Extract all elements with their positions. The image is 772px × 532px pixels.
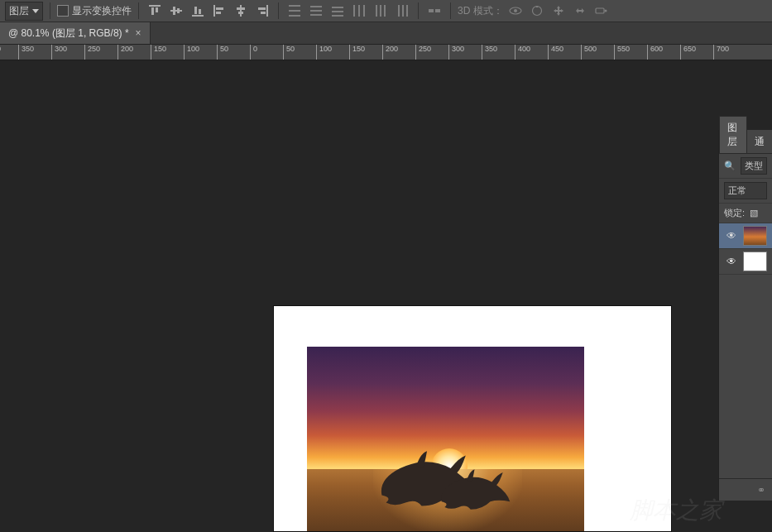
- svg-rect-22: [310, 10, 322, 12]
- svg-rect-41: [596, 8, 604, 13]
- svg-rect-11: [216, 12, 221, 14]
- ruler-tick: 500: [581, 45, 597, 60]
- svg-rect-31: [380, 5, 381, 17]
- horizontal-ruler: 4003503002502001501005005010015020025030…: [0, 45, 772, 60]
- layer-row-2[interactable]: 👁: [719, 249, 772, 275]
- ruler-tick: 450: [548, 45, 563, 60]
- search-icon[interactable]: 🔍: [724, 161, 736, 171]
- blend-mode-row: 正常: [719, 179, 772, 204]
- distribute-right-icon[interactable]: [393, 2, 411, 19]
- scale-3d-icon[interactable]: [592, 2, 611, 19]
- align-bottom-icon[interactable]: [189, 2, 207, 19]
- svg-rect-35: [406, 5, 408, 17]
- link-layers-icon[interactable]: ⚭: [757, 484, 765, 496]
- svg-rect-33: [398, 5, 400, 17]
- options-toolbar: 图层 显示变换控件 3D 模式：: [0, 0, 772, 22]
- visibility-icon[interactable]: 👁: [724, 256, 738, 267]
- ruler-tick: 200: [382, 45, 398, 60]
- distribute-bottom-icon[interactable]: [328, 2, 347, 19]
- pan-3d-icon[interactable]: [549, 2, 568, 19]
- visibility-icon[interactable]: 👁: [724, 230, 738, 242]
- ruler-tick: 550: [614, 45, 630, 60]
- svg-rect-5: [177, 8, 180, 13]
- svg-rect-2: [156, 7, 158, 12]
- svg-rect-25: [332, 11, 343, 12]
- show-transform-checkbox[interactable]: [57, 5, 69, 17]
- ruler-tick: 50: [217, 45, 228, 60]
- ruler-tick: 50: [283, 45, 295, 60]
- svg-rect-10: [216, 7, 223, 10]
- ruler-tick: 0: [250, 45, 257, 60]
- ruler-tick: 100: [316, 45, 332, 60]
- svg-rect-6: [192, 15, 204, 17]
- svg-rect-20: [289, 15, 300, 17]
- orbit-3d-icon[interactable]: [506, 2, 525, 19]
- svg-rect-18: [289, 5, 300, 7]
- tab-layers[interactable]: 图层: [719, 116, 747, 153]
- svg-rect-23: [310, 14, 322, 16]
- align-left-icon[interactable]: [210, 2, 228, 19]
- chevron-down-icon: [32, 9, 39, 13]
- auto-align-icon[interactable]: [425, 2, 444, 19]
- svg-rect-29: [363, 5, 365, 17]
- ruler-tick: 700: [713, 45, 729, 60]
- layer-target-select[interactable]: 图层: [5, 2, 43, 21]
- ruler-tick: 200: [117, 45, 133, 60]
- layer-thumbnail: [743, 226, 767, 246]
- svg-rect-17: [261, 12, 266, 14]
- distribute-vcenter-icon[interactable]: [307, 2, 325, 19]
- svg-point-39: [514, 9, 517, 12]
- svg-rect-3: [170, 10, 182, 12]
- distribute-top-icon[interactable]: [285, 2, 304, 19]
- placed-image: [307, 347, 584, 531]
- svg-rect-21: [310, 6, 322, 7]
- svg-rect-37: [435, 9, 440, 12]
- ruler-tick: 150: [151, 45, 166, 60]
- svg-rect-27: [353, 5, 355, 17]
- layer-row-1[interactable]: 👁: [719, 223, 772, 249]
- roll-3d-icon[interactable]: [528, 2, 546, 19]
- svg-rect-1: [151, 7, 154, 15]
- align-right-icon[interactable]: [253, 2, 271, 19]
- svg-rect-9: [213, 5, 215, 17]
- ruler-tick: 350: [18, 45, 34, 60]
- lock-pixels-icon[interactable]: ▧: [750, 208, 758, 218]
- svg-rect-12: [240, 5, 242, 17]
- distribute-left-icon[interactable]: [350, 2, 368, 19]
- document-tab-title: @ 80.1% (图层 1, RGB/8) *: [8, 26, 129, 41]
- ruler-tick: 300: [448, 45, 464, 60]
- svg-rect-14: [238, 12, 243, 14]
- svg-rect-26: [332, 15, 343, 17]
- svg-rect-4: [173, 7, 175, 15]
- ruler-tick: 400: [515, 45, 530, 60]
- align-hcenter-icon[interactable]: [232, 2, 250, 19]
- separator: [278, 2, 279, 19]
- slide-3d-icon[interactable]: [571, 2, 589, 19]
- svg-point-42: [604, 10, 607, 12]
- layer-filter-select[interactable]: 类型: [741, 157, 767, 175]
- svg-rect-36: [429, 9, 434, 12]
- svg-rect-28: [358, 5, 360, 17]
- svg-rect-8: [199, 9, 201, 14]
- canvas-workspace[interactable]: 脚本之家 图层 通 🔍 类型 正常 锁定: ▧ 👁 👁 ⚭: [0, 60, 772, 532]
- align-vcenter-icon[interactable]: [167, 2, 185, 19]
- tab-channels[interactable]: 通: [747, 131, 772, 153]
- distribute-hcenter-icon[interactable]: [372, 2, 390, 19]
- layer-thumbnail: [743, 252, 767, 271]
- watermark: 脚本之家: [630, 495, 722, 526]
- lock-row: 锁定: ▧: [719, 204, 772, 223]
- align-top-icon[interactable]: [146, 2, 164, 19]
- close-icon[interactable]: ×: [136, 27, 141, 39]
- blend-mode-select[interactable]: 正常: [724, 182, 767, 199]
- ruler-tick: 600: [647, 45, 663, 60]
- ruler-tick: 150: [349, 45, 365, 60]
- separator: [418, 2, 419, 19]
- svg-rect-34: [402, 5, 404, 17]
- svg-rect-19: [289, 10, 300, 12]
- document-tab[interactable]: @ 80.1% (图层 1, RGB/8) * ×: [0, 22, 151, 44]
- ruler-tick: 350: [482, 45, 497, 60]
- svg-rect-32: [384, 5, 386, 17]
- svg-rect-0: [149, 5, 161, 7]
- svg-rect-13: [237, 7, 245, 10]
- separator: [450, 2, 451, 19]
